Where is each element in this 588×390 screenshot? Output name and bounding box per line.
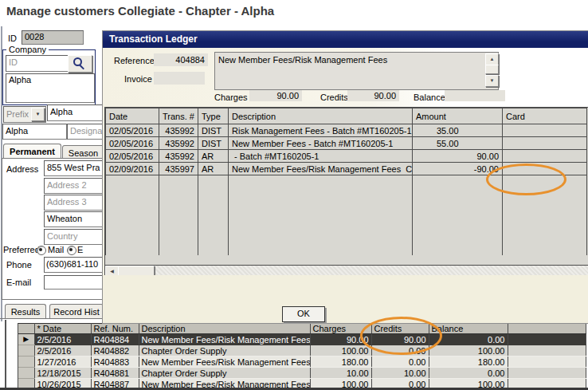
tab-permanent[interactable]: Permanent xyxy=(3,144,61,160)
results-row[interactable]: 12/18/2015R404881Chapter Order Supply10.… xyxy=(18,368,586,379)
results-column-header[interactable]: * Date xyxy=(34,324,91,334)
results-cell-balance: 0.00 xyxy=(429,368,508,379)
search-icon xyxy=(73,57,85,69)
ledger-grid-row[interactable]: 02/05/2016435992AR - Batch #MT160205-190… xyxy=(106,150,587,163)
ledger-cell-amount: 90.00 xyxy=(413,150,503,163)
ledger-cell-trans: 435992 xyxy=(159,124,198,137)
results-cell-ref: R404881 xyxy=(91,368,139,379)
ledger-cell-trans: 435992 xyxy=(159,137,198,150)
row-selector-arrow-icon[interactable]: ▶ xyxy=(18,334,34,345)
ledger-cell-type: AR xyxy=(198,150,229,163)
address-label: Address xyxy=(6,164,38,174)
results-cell-extra xyxy=(508,368,586,379)
address-line2-field[interactable]: Address 2 xyxy=(44,178,105,194)
results-column-header[interactable] xyxy=(18,324,34,334)
ledger-grid-row[interactable]: 02/05/2016435992DISTNew Member Fees - Ba… xyxy=(106,137,587,150)
preferred-email-radio[interactable] xyxy=(67,246,76,255)
city-field[interactable]: Wheaton xyxy=(44,211,105,227)
ledger-cell-card xyxy=(503,150,587,163)
results-row[interactable]: ▶2/5/2016R404884New Member Fees/Risk Man… xyxy=(18,334,586,345)
company-search-button[interactable] xyxy=(68,55,92,73)
results-cell-desc: New Member Fees/Risk Management Fees xyxy=(139,334,310,345)
phone-label: Phone xyxy=(6,260,32,270)
description-scrollbar[interactable]: ▲ ▼ xyxy=(485,53,497,87)
ledger-grid-column-header[interactable]: Card xyxy=(503,108,587,124)
window-title: Manage customers Collegiate - Chapter - … xyxy=(6,4,274,18)
results-column-header[interactable]: Description xyxy=(139,324,310,334)
tab-results[interactable]: Results xyxy=(5,304,46,319)
country-field[interactable]: Country xyxy=(44,229,105,245)
ledger-grid-column-header[interactable]: Type xyxy=(198,108,229,124)
annotation-circle-credits xyxy=(360,317,442,355)
ledger-grid-row[interactable]: 02/05/2016435992DISTRisk Management Fees… xyxy=(106,124,587,137)
reference-field: 404884 xyxy=(154,53,208,66)
results-cell-extra xyxy=(508,345,586,357)
dialog-footer xyxy=(103,275,588,323)
preferred-label: Preferred xyxy=(3,245,40,254)
results-table: * DateRef. Num.DescriptionChargesCredits… xyxy=(18,323,586,390)
row-selector-cell[interactable] xyxy=(18,357,34,368)
ledger-grid-column-header[interactable]: Amount xyxy=(413,108,503,124)
results-cell-date: 2/5/2016 xyxy=(34,334,91,345)
tab-record-history[interactable]: Record Hist xyxy=(49,304,104,319)
ledger-grid-column-header[interactable]: Date xyxy=(106,108,159,124)
results-cell-desc: Chapter Order Supply xyxy=(139,368,310,379)
reference-label: Reference xyxy=(114,56,155,65)
invoice-field xyxy=(154,72,205,85)
ledger-grid-hscrollbar[interactable]: ◀ xyxy=(105,265,588,276)
balance-field xyxy=(445,90,505,101)
address-line1-field[interactable]: 855 West Pra xyxy=(44,160,105,176)
description-box[interactable]: New Member Fees/Risk Management Fees ▲ ▼ xyxy=(214,52,499,90)
results-cell-desc: Chapter Order Supply xyxy=(139,345,310,357)
invoice-label: Invoice xyxy=(124,74,152,84)
ledger-grid-column-header[interactable]: Trans. # xyxy=(159,108,198,124)
results-cell-charges: 100.00 xyxy=(310,345,371,357)
results-column-header[interactable] xyxy=(508,324,586,334)
address-line3-field[interactable]: Address 3 xyxy=(44,195,105,211)
results-cell-date: 2/5/2016 xyxy=(34,345,91,357)
ledger-cell-date: 02/05/2016 xyxy=(106,150,159,163)
description-text: New Member Fees/Risk Management Fees xyxy=(218,55,473,65)
phone-field[interactable]: (630)681-110 xyxy=(44,257,104,273)
app-window: Manage customers Collegiate - Chapter - … xyxy=(0,0,588,390)
chevron-down-icon[interactable]: ▼ xyxy=(31,108,45,121)
customer-name-field[interactable]: Alpha xyxy=(2,124,67,140)
results-cell-balance: 180.00 xyxy=(429,357,508,368)
company-id-input[interactable]: ID xyxy=(6,55,69,72)
scroll-up-icon[interactable]: ▲ xyxy=(485,53,499,65)
balance-label: Balance xyxy=(414,93,445,102)
customer-id-field[interactable]: 0028 xyxy=(22,30,84,45)
results-row[interactable]: 2/5/2016R404882Chapter Order Supply100.0… xyxy=(18,345,586,357)
results-cell-desc: New Member Fees/Risk Management Fees xyxy=(139,357,310,368)
prefix-combobox[interactable]: Prefix ▼ xyxy=(3,106,46,123)
email-field[interactable] xyxy=(44,275,103,290)
results-cell-extra xyxy=(508,357,586,368)
window-left-border-lower xyxy=(5,320,6,390)
ledger-cell-desc: - Batch #MT160205-1 xyxy=(229,150,413,163)
results-row[interactable]: 1/27/2016R404883New Member Fees/Risk Man… xyxy=(18,357,586,368)
row-selector-cell[interactable] xyxy=(18,368,34,379)
scroll-down-icon[interactable]: ▼ xyxy=(485,75,499,87)
customer-id-label: ID xyxy=(8,33,17,43)
charges-label: Charges xyxy=(214,93,248,102)
dialog-titlebar[interactable]: Transaction Ledger xyxy=(103,31,588,48)
ok-button[interactable]: OK xyxy=(282,306,325,322)
results-cell-extra xyxy=(508,334,586,345)
designation-field[interactable]: Designat xyxy=(67,124,107,140)
prefix-name-field[interactable]: Alpha xyxy=(47,104,107,121)
preferred-mail-radio[interactable] xyxy=(37,246,46,255)
email-label: E-mail xyxy=(6,278,31,287)
results-column-header[interactable]: Ref. Num. xyxy=(91,324,139,334)
ledger-grid-column-header[interactable]: Description xyxy=(229,108,413,124)
company-name-box[interactable]: Alpha xyxy=(6,73,95,103)
preferred-mail-label: Mail xyxy=(48,245,64,254)
ledger-cell-amount: 55.00 xyxy=(413,137,503,150)
annotation-circle-ledger-amount xyxy=(486,163,566,195)
results-cell-credits: 10.00 xyxy=(371,368,429,379)
ledger-cell-desc: New Member Fees/Risk Management Fees Che… xyxy=(229,163,413,175)
charges-field: 90.00 xyxy=(249,90,302,101)
scrollbar-thumb[interactable] xyxy=(485,65,499,74)
prefix-value: Prefix xyxy=(6,109,32,119)
results-cell-charges: 10.00 xyxy=(310,368,371,379)
row-selector-cell[interactable] xyxy=(18,345,34,357)
